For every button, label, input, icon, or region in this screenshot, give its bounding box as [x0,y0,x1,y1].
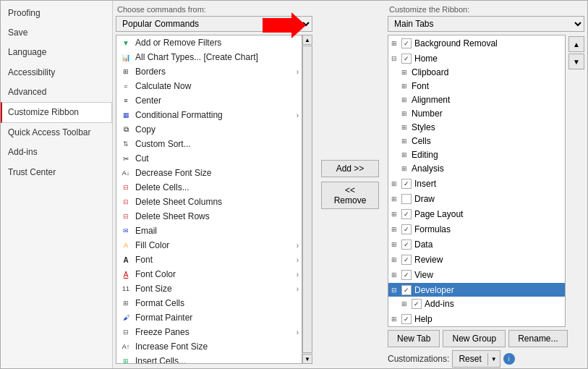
cmd-add-remove-filters[interactable]: ▼ Add or Remove Filters [116,35,302,50]
tree-view: ⊞ View [388,267,565,282]
tree-number[interactable]: ⊞ Number [388,106,565,120]
ribbon-list-container: ⊞ Background Removal ⊟ Home [388,35,566,327]
check-developer[interactable] [401,285,412,295]
check-page-layout[interactable] [401,209,412,219]
expand-bg-removal: ⊞ [391,40,401,47]
cmd-custom-sort[interactable]: ⇅ Custom Sort... [116,137,302,151]
tree-font[interactable]: ⊞ Font [388,79,565,93]
commands-scroll-up[interactable]: ▲ [302,35,312,45]
cmd-calculate-now[interactable]: = Calculate Now [116,79,302,93]
tree-cells[interactable]: ⊞ Cells [388,134,565,148]
cmd-all-chart-types[interactable]: 📊 All Chart Types... [Create Chart] [116,50,302,64]
commands-dropdown[interactable]: Popular Commands [116,16,312,32]
commands-scroll-down[interactable]: ▼ [302,354,312,364]
check-home[interactable] [401,54,412,64]
excel-options-dialog: Proofing Save Language Accessibility Adv… [0,0,588,369]
tree-review: ⊞ Review [388,252,565,267]
sidebar-item-language[interactable]: Language [1,43,112,62]
check-add-ins-sub[interactable] [412,299,422,309]
label-view: View [414,270,433,280]
cmd-delete-sheet-rows[interactable]: ⊟ Delete Sheet Rows [116,209,302,224]
cmd-icon-22: ⊞ [119,355,132,364]
cmd-email[interactable]: ✉ Email [116,224,302,238]
cmd-icon-19: 🖌 [119,312,132,323]
cmd-font[interactable]: A Font › [116,253,302,267]
ribbon-scroll-down[interactable]: ▼ [568,54,584,69]
sidebar-item-add-ins[interactable]: Add-ins [1,143,112,162]
label-styles: Styles [412,122,435,132]
cmd-label-13: Email [135,226,157,236]
cmd-center[interactable]: ≡ Center [116,93,302,108]
cmd-label-18: Format Cells [135,298,184,308]
cmd-format-painter[interactable]: 🖌 Format Painter [116,310,302,325]
tree-styles[interactable]: ⊞ Styles [388,120,565,134]
label-data: Data [414,239,433,250]
check-formulas[interactable] [401,224,412,234]
check-insert[interactable] [401,179,412,189]
check-data[interactable] [401,239,412,250]
new-tab-button[interactable]: New Tab [388,330,440,347]
label-formulas: Formulas [414,224,451,234]
cmd-icon-11: ⊟ [119,196,132,208]
label-alignment: Alignment [412,95,450,105]
cmd-font-color[interactable]: A Font Color › [116,267,302,281]
cmd-increase-font-size[interactable]: A↑ Increase Font Size [116,339,302,354]
cmd-borders[interactable]: ⊞ Borders › [116,64,302,79]
sidebar-item-advanced[interactable]: Advanced [1,82,112,102]
commands-list-container: ▼ Add or Remove Filters 📊 All Chart Type… [116,35,302,364]
cmd-cut[interactable]: ✂ Cut [116,151,302,166]
cmd-freeze-panes[interactable]: ⊟ Freeze Panes › [116,325,302,339]
cmd-insert-cells[interactable]: ⊞ Insert Cells... [116,354,302,364]
expand-help: ⊞ [391,315,401,323]
expand-add-ins-sub: ⊞ [401,300,412,308]
cmd-delete-sheet-columns[interactable]: ⊟ Delete Sheet Columns [116,195,302,209]
expand-view: ⊞ [391,271,401,279]
tree-alignment[interactable]: ⊞ Alignment [388,93,565,106]
customizations-info-icon[interactable]: i [503,353,515,365]
sidebar-item-customize-ribbon[interactable]: Customize Ribbon [1,102,112,123]
expand-data: ⊞ [391,241,401,248]
cmd-fill-color[interactable]: A Fill Color › [116,238,302,253]
new-group-button[interactable]: New Group [443,330,506,347]
tree-clipboard[interactable]: ⊞ Clipboard [388,65,565,79]
expand-cells: ⊞ [401,137,412,145]
cmd-copy[interactable]: ⧉ Copy [116,122,302,137]
tree-analysis[interactable]: ⊞ Analysis [388,161,565,175]
expand-clipboard: ⊞ [401,69,412,76]
cmd-label-6: Copy [135,124,155,135]
ribbon-scroll-up[interactable]: ▲ [568,36,584,52]
tree-add-ins-sub[interactable]: ⊞ Add-ins [388,297,565,310]
add-button[interactable]: Add >> [321,160,379,177]
check-draw[interactable] [401,194,412,204]
sidebar-item-save[interactable]: Save [1,23,112,43]
cmd-format-cells[interactable]: ⊞ Format Cells [116,296,302,310]
tree-bg-removal: ⊞ Background Removal [388,35,565,51]
cmd-icon-12: ⊟ [119,211,132,222]
remove-button[interactable]: << Remove [321,182,379,209]
ribbon-dropdown[interactable]: Main Tabs [388,16,584,32]
sidebar-item-trust-center[interactable]: Trust Center [1,163,112,182]
rename-button[interactable]: Rename... [508,330,567,347]
cmd-arrow-16: › [297,271,299,279]
commands-scroll-track[interactable] [302,46,312,353]
tree-editing[interactable]: ⊞ Editing [388,148,565,161]
cmd-conditional-formatting[interactable]: ▦ Conditional Formatting › [116,108,302,122]
reset-dropdown[interactable]: Reset ▼ [452,350,500,368]
cmd-label-14: Fill Color [135,240,169,250]
cmd-decrease-font-size[interactable]: A↓ Decrease Font Size [116,166,302,180]
sidebar-item-accessibility[interactable]: Accessibility [1,63,112,82]
check-help[interactable] [401,314,412,324]
label-add-ins-sub: Add-ins [425,299,454,309]
cmd-icon-20: ⊟ [119,326,132,338]
cmd-arrow-14: › [297,242,299,250]
sidebar-item-quick-access[interactable]: Quick Access Toolbar [1,123,112,143]
cmd-delete-cells[interactable]: ⊟ Delete Cells... [116,180,302,195]
tree-home: ⊟ Home ⊞ Clipboard ⊞ Font [388,51,565,176]
check-view[interactable] [401,270,412,280]
cmd-font-size[interactable]: 11 Font Size › [116,281,302,296]
cmd-icon-8: ✂ [119,153,132,164]
check-review[interactable] [401,255,412,265]
check-bg-removal[interactable] [401,38,412,48]
sidebar-item-proofing[interactable]: Proofing [1,4,112,23]
cmd-label-7: Custom Sort... [135,139,191,149]
